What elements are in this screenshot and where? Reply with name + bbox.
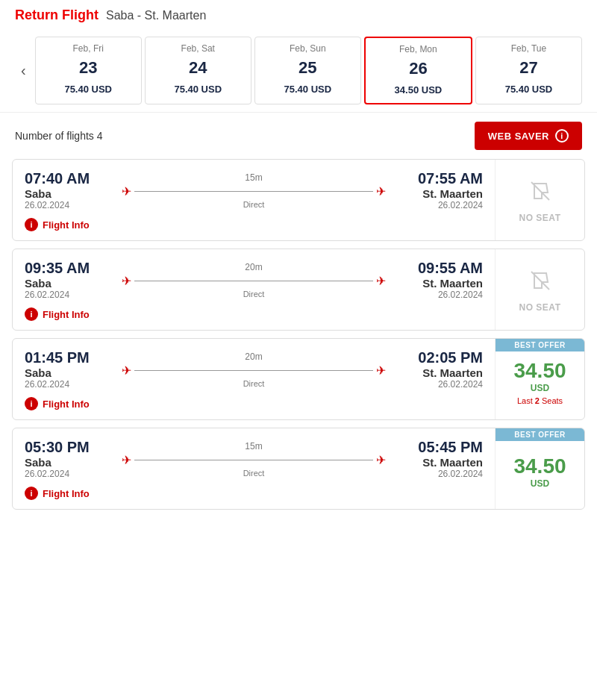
day-label: Feb, Sun	[258, 43, 357, 54]
web-saver-info-icon: i	[555, 129, 569, 143]
flight-card: 05:30 PM Saba 26.02.2024 15m ✈ ✈ Direct …	[12, 428, 585, 510]
flight-type: Direct	[243, 290, 265, 299]
plane-icon: ✈	[122, 274, 131, 288]
plane-arrival-icon: ✈	[376, 274, 386, 288]
flight-duration: 20m	[245, 262, 262, 272]
day-num: 24	[149, 58, 248, 78]
arr-time: 05:45 PM	[393, 439, 483, 456]
arr-time: 02:05 PM	[393, 349, 483, 366]
flight-route: 20m ✈ ✈ Direct	[114, 262, 393, 299]
flight-info-row[interactable]: i Flight Info	[25, 397, 483, 410]
flight-info-icon: i	[25, 397, 38, 410]
dep-city: Saba	[25, 366, 114, 379]
flight-type: Direct	[243, 200, 265, 209]
dep-date: 26.02.2024	[25, 379, 114, 390]
no-seat-icon	[527, 178, 554, 210]
flight-line: ✈ ✈	[122, 363, 386, 378]
date-cell-23[interactable]: Feb, Fri 23 75.40 USD	[35, 37, 142, 104]
date-cell-24[interactable]: Feb, Sat 24 75.40 USD	[145, 37, 251, 104]
flight-times: 05:30 PM Saba 26.02.2024 15m ✈ ✈ Direct …	[25, 439, 483, 479]
no-seat-panel: NO SEAT	[495, 249, 584, 330]
dep-time: 05:30 PM	[25, 439, 114, 456]
dep-city: Saba	[25, 456, 114, 469]
plane-icon: ✈	[122, 453, 131, 467]
date-cell-27[interactable]: Feb, Tue 27 75.40 USD	[475, 37, 582, 104]
arr-date: 26.02.2024	[393, 200, 483, 210]
date-price: 34.50 USD	[369, 84, 468, 96]
flight-info-row[interactable]: i Flight Info	[25, 487, 483, 500]
dep-city: Saba	[25, 277, 114, 290]
flight-times: 09:35 AM Saba 26.02.2024 20m ✈ ✈ Direct …	[25, 260, 483, 300]
flight-line: ✈ ✈	[122, 453, 386, 467]
departure: 01:45 PM Saba 26.02.2024	[25, 349, 114, 390]
arr-date: 26.02.2024	[393, 290, 483, 300]
best-offer-panel[interactable]: BEST OFFER 34.50 USD Last 2 Seats	[495, 339, 584, 419]
plane-icon: ✈	[122, 184, 131, 199]
plane-arrival-icon: ✈	[376, 184, 386, 199]
flight-duration: 15m	[245, 441, 262, 451]
price-amount: 34.50	[513, 454, 566, 478]
plane-arrival-icon: ✈	[376, 363, 386, 378]
no-seat-panel: NO SEAT	[495, 160, 584, 240]
day-num: 26	[369, 59, 468, 78]
flight-info-label: Flight Info	[43, 488, 90, 499]
flight-info-label: Flight Info	[43, 309, 90, 320]
flight-duration: 15m	[245, 172, 262, 183]
date-price: 75.40 USD	[39, 84, 138, 95]
departure: 05:30 PM Saba 26.02.2024	[25, 439, 114, 479]
departure: 09:35 AM Saba 26.02.2024	[25, 260, 114, 300]
flight-main: 09:35 AM Saba 26.02.2024 20m ✈ ✈ Direct …	[13, 249, 495, 330]
flight-times: 07:40 AM Saba 26.02.2024 15m ✈ ✈ Direct …	[25, 170, 483, 210]
plane-arrival-icon: ✈	[376, 453, 386, 467]
flight-info-row[interactable]: i Flight Info	[25, 218, 483, 231]
date-price: 75.40 USD	[258, 84, 357, 95]
dep-time: 07:40 AM	[25, 170, 114, 187]
date-selector: ‹ Feb, Fri 23 75.40 USD Feb, Sat 24 75.4…	[0, 29, 597, 113]
flight-card: 01:45 PM Saba 26.02.2024 20m ✈ ✈ Direct …	[12, 338, 585, 420]
day-num: 23	[39, 58, 138, 78]
no-seat-label: NO SEAT	[519, 213, 561, 223]
arr-city: St. Maarten	[393, 277, 483, 290]
day-label: Feb, Mon	[369, 44, 468, 54]
arr-city: St. Maarten	[393, 366, 483, 379]
no-seat-icon	[527, 267, 554, 299]
flight-info-row[interactable]: i Flight Info	[25, 307, 483, 321]
flight-duration: 20m	[245, 351, 262, 362]
plane-icon: ✈	[122, 363, 131, 378]
best-offer-panel[interactable]: BEST OFFER 34.50 USD	[495, 428, 584, 509]
dep-date: 26.02.2024	[25, 200, 114, 210]
date-cells: Feb, Fri 23 75.40 USD Feb, Sat 24 75.40 …	[35, 37, 582, 104]
arr-city: St. Maarten	[393, 456, 483, 469]
arr-time: 09:55 AM	[393, 260, 483, 277]
day-label: Feb, Fri	[39, 43, 138, 54]
flight-times: 01:45 PM Saba 26.02.2024 20m ✈ ✈ Direct …	[25, 349, 483, 390]
price-amount: 34.50	[513, 359, 566, 383]
web-saver-button[interactable]: WEB SAVER i	[475, 122, 582, 150]
flight-card: 07:40 AM Saba 26.02.2024 15m ✈ ✈ Direct …	[12, 159, 585, 241]
date-cell-26[interactable]: Feb, Mon 26 34.50 USD	[364, 37, 472, 104]
flight-line: ✈ ✈	[122, 274, 386, 288]
arr-city: St. Maarten	[393, 187, 483, 200]
date-prev-button[interactable]: ‹	[15, 59, 32, 82]
arrival: 05:45 PM St. Maarten 26.02.2024	[393, 439, 483, 479]
best-offer-badge: BEST OFFER	[496, 428, 584, 441]
dep-time: 09:35 AM	[25, 260, 114, 277]
price-currency: USD	[531, 478, 549, 489]
arrival: 09:55 AM St. Maarten 26.02.2024	[393, 260, 483, 300]
flight-card: 09:35 AM Saba 26.02.2024 20m ✈ ✈ Direct …	[12, 249, 585, 331]
arrival: 02:05 PM St. Maarten 26.02.2024	[393, 349, 483, 390]
day-num: 25	[258, 58, 357, 78]
route-line	[134, 370, 373, 371]
route-label: Saba - St. Maarten	[106, 9, 206, 22]
flight-info-label: Flight Info	[43, 219, 90, 231]
day-num: 27	[479, 58, 578, 78]
flight-route: 15m ✈ ✈ Direct	[114, 172, 393, 209]
dep-date: 26.02.2024	[25, 469, 114, 479]
date-cell-25[interactable]: Feb, Sun 25 75.40 USD	[254, 37, 361, 104]
flight-main: 01:45 PM Saba 26.02.2024 20m ✈ ✈ Direct …	[13, 339, 495, 419]
dep-city: Saba	[25, 187, 114, 200]
web-saver-label: WEB SAVER	[488, 131, 549, 142]
flight-type: Direct	[243, 469, 265, 478]
departure: 07:40 AM Saba 26.02.2024	[25, 170, 114, 210]
arr-date: 26.02.2024	[393, 469, 483, 479]
